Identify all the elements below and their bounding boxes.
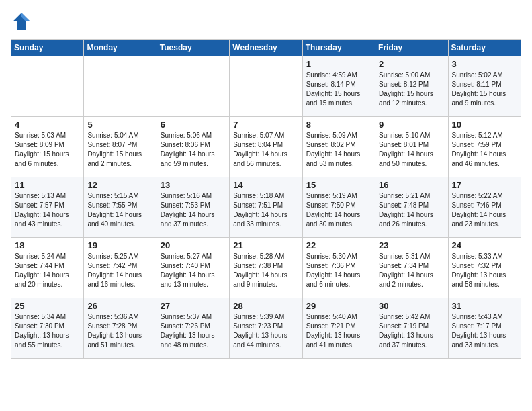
calendar-cell: 29Sunrise: 5:40 AM Sunset: 7:21 PM Dayli… <box>302 298 375 359</box>
day-info: Sunrise: 5:28 AM Sunset: 7:38 PM Dayligh… <box>233 252 298 289</box>
calendar-cell: 27Sunrise: 5:37 AM Sunset: 7:26 PM Dayli… <box>157 298 229 359</box>
day-number: 15 <box>306 180 371 190</box>
calendar-cell <box>230 56 302 117</box>
day-info: Sunrise: 5:16 AM Sunset: 7:53 PM Dayligh… <box>161 191 226 229</box>
calendar-week-row: 4Sunrise: 5:03 AM Sunset: 8:09 PM Daylig… <box>11 117 521 177</box>
calendar-cell: 19Sunrise: 5:25 AM Sunset: 7:42 PM Dayli… <box>84 238 157 298</box>
weekday-header-thursday: Thursday <box>302 40 375 56</box>
calendar-cell: 18Sunrise: 5:24 AM Sunset: 7:44 PM Dayli… <box>11 238 84 298</box>
day-info: Sunrise: 5:25 AM Sunset: 7:42 PM Dayligh… <box>87 252 152 289</box>
calendar-cell: 5Sunrise: 5:04 AM Sunset: 8:07 PM Daylig… <box>84 117 157 177</box>
calendar-cell: 23Sunrise: 5:31 AM Sunset: 7:34 PM Dayli… <box>375 238 448 298</box>
calendar-cell: 17Sunrise: 5:22 AM Sunset: 7:46 PM Dayli… <box>448 177 521 238</box>
day-info: Sunrise: 5:04 AM Sunset: 8:07 PM Dayligh… <box>87 131 152 169</box>
day-number: 10 <box>452 120 517 130</box>
day-number: 29 <box>306 301 371 311</box>
calendar-cell <box>157 56 229 117</box>
calendar-cell: 14Sunrise: 5:18 AM Sunset: 7:51 PM Dayli… <box>230 177 302 238</box>
day-number: 26 <box>87 301 152 311</box>
day-info: Sunrise: 5:15 AM Sunset: 7:55 PM Dayligh… <box>87 191 152 229</box>
calendar-cell: 26Sunrise: 5:36 AM Sunset: 7:28 PM Dayli… <box>84 298 157 359</box>
day-info: Sunrise: 5:12 AM Sunset: 7:59 PM Dayligh… <box>452 131 517 169</box>
day-number: 20 <box>161 240 226 250</box>
calendar-cell: 3Sunrise: 5:02 AM Sunset: 8:11 PM Daylig… <box>448 56 521 117</box>
weekday-header-row: SundayMondayTuesdayWednesdayThursdayFrid… <box>11 40 521 56</box>
logo <box>11 11 35 32</box>
day-info: Sunrise: 5:13 AM Sunset: 7:57 PM Dayligh… <box>15 191 80 229</box>
weekday-header-saturday: Saturday <box>448 40 521 56</box>
day-number: 16 <box>379 180 444 190</box>
day-number: 28 <box>233 301 298 311</box>
day-number: 5 <box>87 120 152 130</box>
calendar-cell: 30Sunrise: 5:42 AM Sunset: 7:19 PM Dayli… <box>375 298 448 359</box>
day-info: Sunrise: 4:59 AM Sunset: 8:14 PM Dayligh… <box>306 71 371 108</box>
day-info: Sunrise: 5:37 AM Sunset: 7:26 PM Dayligh… <box>161 312 226 350</box>
weekday-header-wednesday: Wednesday <box>230 40 302 56</box>
calendar-cell: 12Sunrise: 5:15 AM Sunset: 7:55 PM Dayli… <box>84 177 157 238</box>
calendar-body: 1Sunrise: 4:59 AM Sunset: 8:14 PM Daylig… <box>11 56 521 359</box>
calendar-week-row: 1Sunrise: 4:59 AM Sunset: 8:14 PM Daylig… <box>11 56 521 117</box>
weekday-header-monday: Monday <box>84 40 157 56</box>
day-info: Sunrise: 5:19 AM Sunset: 7:50 PM Dayligh… <box>306 191 371 229</box>
day-info: Sunrise: 5:03 AM Sunset: 8:09 PM Dayligh… <box>15 131 80 169</box>
calendar-cell: 22Sunrise: 5:30 AM Sunset: 7:36 PM Dayli… <box>302 238 375 298</box>
calendar-cell: 13Sunrise: 5:16 AM Sunset: 7:53 PM Dayli… <box>157 177 229 238</box>
day-number: 7 <box>233 120 298 130</box>
calendar-cell <box>84 56 157 117</box>
day-number: 8 <box>306 120 371 130</box>
day-number: 12 <box>87 180 152 190</box>
calendar-cell: 15Sunrise: 5:19 AM Sunset: 7:50 PM Dayli… <box>302 177 375 238</box>
logo-icon <box>11 11 32 32</box>
calendar-cell: 21Sunrise: 5:28 AM Sunset: 7:38 PM Dayli… <box>230 238 302 298</box>
day-number: 30 <box>379 301 444 311</box>
day-info: Sunrise: 5:36 AM Sunset: 7:28 PM Dayligh… <box>87 312 152 350</box>
day-number: 22 <box>306 240 371 250</box>
day-number: 6 <box>161 120 226 130</box>
day-info: Sunrise: 5:22 AM Sunset: 7:46 PM Dayligh… <box>452 191 517 229</box>
day-info: Sunrise: 5:07 AM Sunset: 8:04 PM Dayligh… <box>233 131 298 169</box>
calendar-cell: 8Sunrise: 5:09 AM Sunset: 8:02 PM Daylig… <box>302 117 375 177</box>
calendar-week-row: 25Sunrise: 5:34 AM Sunset: 7:30 PM Dayli… <box>11 298 521 359</box>
day-number: 2 <box>379 59 444 69</box>
day-info: Sunrise: 5:34 AM Sunset: 7:30 PM Dayligh… <box>15 312 80 350</box>
calendar-week-row: 18Sunrise: 5:24 AM Sunset: 7:44 PM Dayli… <box>11 238 521 298</box>
day-info: Sunrise: 5:31 AM Sunset: 7:34 PM Dayligh… <box>379 252 444 289</box>
calendar-cell: 11Sunrise: 5:13 AM Sunset: 7:57 PM Dayli… <box>11 177 84 238</box>
day-info: Sunrise: 5:10 AM Sunset: 8:01 PM Dayligh… <box>379 131 444 169</box>
calendar-cell: 16Sunrise: 5:21 AM Sunset: 7:48 PM Dayli… <box>375 177 448 238</box>
weekday-header-sunday: Sunday <box>11 40 84 56</box>
day-number: 25 <box>15 301 80 311</box>
day-number: 9 <box>379 120 444 130</box>
day-info: Sunrise: 5:27 AM Sunset: 7:40 PM Dayligh… <box>161 252 226 289</box>
calendar-cell: 31Sunrise: 5:43 AM Sunset: 7:17 PM Dayli… <box>448 298 521 359</box>
day-info: Sunrise: 5:24 AM Sunset: 7:44 PM Dayligh… <box>15 252 80 289</box>
day-info: Sunrise: 5:33 AM Sunset: 7:32 PM Dayligh… <box>452 252 517 289</box>
day-number: 18 <box>15 240 80 250</box>
calendar-cell: 24Sunrise: 5:33 AM Sunset: 7:32 PM Dayli… <box>448 238 521 298</box>
calendar-week-row: 11Sunrise: 5:13 AM Sunset: 7:57 PM Dayli… <box>11 177 521 238</box>
day-info: Sunrise: 5:30 AM Sunset: 7:36 PM Dayligh… <box>306 252 371 289</box>
day-info: Sunrise: 5:18 AM Sunset: 7:51 PM Dayligh… <box>233 191 298 229</box>
day-number: 17 <box>452 180 517 190</box>
calendar-cell: 1Sunrise: 4:59 AM Sunset: 8:14 PM Daylig… <box>302 56 375 117</box>
day-number: 1 <box>306 59 371 69</box>
day-info: Sunrise: 5:00 AM Sunset: 8:12 PM Dayligh… <box>379 71 444 108</box>
calendar-cell: 28Sunrise: 5:39 AM Sunset: 7:23 PM Dayli… <box>230 298 302 359</box>
day-number: 31 <box>452 301 517 311</box>
calendar-cell: 4Sunrise: 5:03 AM Sunset: 8:09 PM Daylig… <box>11 117 84 177</box>
calendar-header: SundayMondayTuesdayWednesdayThursdayFrid… <box>11 40 521 56</box>
calendar-cell: 20Sunrise: 5:27 AM Sunset: 7:40 PM Dayli… <box>157 238 229 298</box>
day-number: 24 <box>452 240 517 250</box>
day-number: 19 <box>87 240 152 250</box>
day-info: Sunrise: 5:21 AM Sunset: 7:48 PM Dayligh… <box>379 191 444 229</box>
page-header <box>11 11 521 32</box>
weekday-header-friday: Friday <box>375 40 448 56</box>
calendar-cell: 9Sunrise: 5:10 AM Sunset: 8:01 PM Daylig… <box>375 117 448 177</box>
day-number: 14 <box>233 180 298 190</box>
calendar-cell: 10Sunrise: 5:12 AM Sunset: 7:59 PM Dayli… <box>448 117 521 177</box>
day-info: Sunrise: 5:06 AM Sunset: 8:06 PM Dayligh… <box>161 131 226 169</box>
calendar-cell: 2Sunrise: 5:00 AM Sunset: 8:12 PM Daylig… <box>375 56 448 117</box>
day-number: 11 <box>15 180 80 190</box>
day-info: Sunrise: 5:02 AM Sunset: 8:11 PM Dayligh… <box>452 71 517 108</box>
day-info: Sunrise: 5:42 AM Sunset: 7:19 PM Dayligh… <box>379 312 444 350</box>
